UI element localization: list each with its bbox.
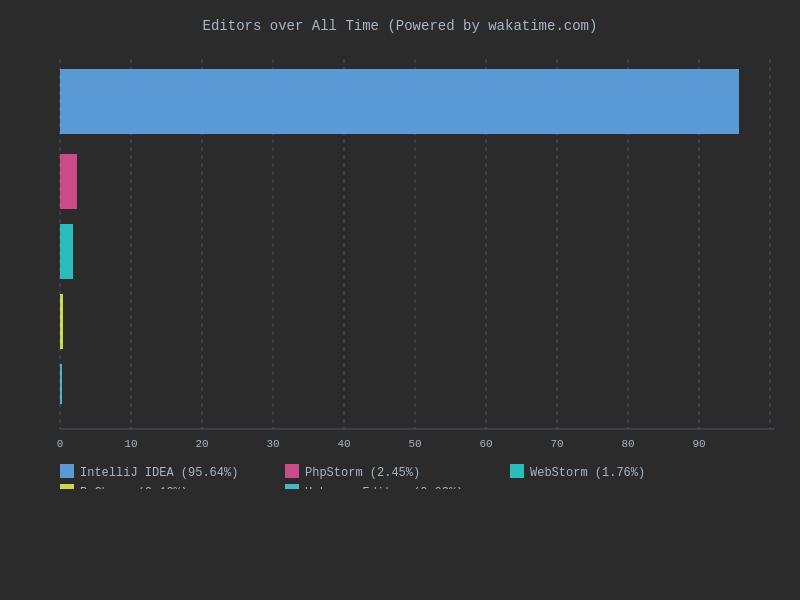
legend-label-intellij: IntelliJ IDEA (95.64%) (80, 466, 238, 480)
bar-unknown (60, 364, 62, 404)
legend-color-intellij (60, 464, 74, 478)
legend-color-unknown (285, 484, 299, 489)
legend-color-webstorm (510, 464, 524, 478)
x-label-90: 90 (692, 438, 705, 450)
x-label-20: 20 (195, 438, 208, 450)
x-label-0: 0 (57, 438, 64, 450)
legend-label-pycharm: PyCharm (0.13%) (80, 486, 188, 489)
x-label-40: 40 (337, 438, 350, 450)
x-label-80: 80 (621, 438, 634, 450)
bar-webstorm (60, 224, 73, 279)
x-label-50: 50 (408, 438, 421, 450)
bar-pycharm (60, 294, 63, 349)
legend-label-webstorm: WebStorm (1.76%) (530, 466, 645, 480)
legend-label-phpstorm: PhpStorm (2.45%) (305, 466, 420, 480)
x-label-30: 30 (266, 438, 279, 450)
x-label-70: 70 (550, 438, 563, 450)
x-label-60: 60 (479, 438, 492, 450)
chart-title: Editors over All Time (Powered by wakati… (20, 10, 780, 49)
bar-chart: 0 10 20 30 40 50 60 70 80 90 IntelliJ ID… (20, 49, 780, 489)
bar-phpstorm (60, 154, 77, 209)
bar-intellij (60, 69, 739, 134)
chart-container: Editors over All Time (Powered by wakati… (0, 0, 800, 600)
legend-label-unknown: Unknown Editor (0.02%) (305, 486, 463, 489)
legend-color-pycharm (60, 484, 74, 489)
x-label-10: 10 (124, 438, 137, 450)
legend-color-phpstorm (285, 464, 299, 478)
